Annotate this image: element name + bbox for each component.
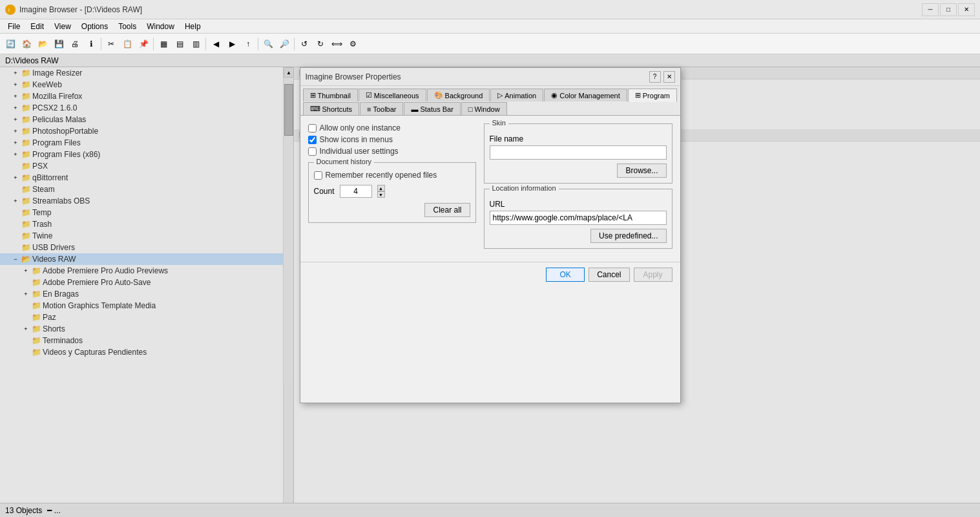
- tab-status-bar[interactable]: ▬ Status Bar: [404, 102, 460, 115]
- cancel-button[interactable]: Cancel: [589, 268, 629, 282]
- maximize-button[interactable]: □: [940, 3, 957, 16]
- tab-animation[interactable]: ▷ Animation: [490, 89, 543, 101]
- tb-copy[interactable]: 📋: [120, 36, 135, 52]
- doc-history-content: Remember recently opened files Count ▲ ▼: [314, 171, 470, 217]
- toolbar-sep4: [258, 37, 258, 50]
- tb-settings[interactable]: ⚙: [345, 36, 360, 52]
- tb-rotate-l[interactable]: ↺: [297, 36, 312, 52]
- menu-tools[interactable]: Tools: [113, 21, 141, 32]
- tab-color-label: Color Management: [559, 92, 620, 100]
- app-icon: i: [5, 5, 16, 15]
- tab-anim-icon: ▷: [497, 91, 503, 100]
- minimize-button[interactable]: ─: [922, 3, 939, 16]
- tb-open[interactable]: 📂: [35, 36, 50, 52]
- toolbar-sep3: [205, 37, 206, 50]
- tab-color[interactable]: ◉ Color Management: [544, 89, 627, 101]
- use-predefined-button[interactable]: Use predefined...: [590, 229, 666, 243]
- tb-paste[interactable]: 📌: [136, 36, 151, 52]
- tb-info[interactable]: ℹ: [83, 36, 99, 52]
- tab-background[interactable]: 🎨 Background: [427, 89, 490, 101]
- tab-status-label: Status Bar: [420, 105, 453, 113]
- tab-misc-icon: ☑: [366, 91, 372, 100]
- tab-window-label: Window: [474, 105, 499, 113]
- tb-up[interactable]: ↑: [240, 36, 256, 52]
- location-group: Location information URL Use predefined.…: [484, 189, 672, 249]
- tab-window[interactable]: □ Window: [461, 102, 507, 115]
- dialog-help-button[interactable]: ?: [649, 71, 661, 83]
- menu-bar: File Edit View Options Tools Window Help: [0, 19, 980, 34]
- tab-misc-label: Miscellaneous: [374, 92, 419, 100]
- checkbox-remember[interactable]: Remember recently opened files: [314, 171, 470, 180]
- tb-home[interactable]: 🏠: [19, 36, 34, 52]
- checkbox-one-instance[interactable]: Allow only one instance: [308, 123, 476, 132]
- tab-toolbar[interactable]: ≡ Toolbar: [360, 102, 404, 115]
- dialog-title-bar: Imagine Browser Properties ? ✕: [300, 68, 680, 86]
- doc-history-title: Document history: [314, 158, 375, 165]
- dialog-close-button[interactable]: ✕: [663, 71, 675, 83]
- tab-thumbnail-label: Thumbnail: [318, 92, 351, 100]
- count-input[interactable]: [340, 185, 372, 198]
- tab-thumbnail-icon: ⊞: [310, 91, 316, 100]
- tb-cut[interactable]: ✂: [103, 36, 119, 52]
- checkbox-one-instance-input[interactable]: [308, 124, 317, 132]
- toolbar-sep1: [101, 37, 101, 50]
- menu-edit[interactable]: Edit: [25, 21, 49, 32]
- apply-button[interactable]: Apply: [634, 268, 672, 282]
- dialog-left-panel: Allow only one instance Show icons in me…: [308, 123, 476, 249]
- checkbox-show-icons[interactable]: Show icons in menus: [308, 135, 476, 144]
- dialog-right-panel: Skin File name Browse... Location inform…: [484, 123, 672, 249]
- tab-program[interactable]: ⊞ Program: [628, 89, 677, 102]
- url-label: URL: [490, 200, 667, 209]
- checkbox-remember-input[interactable]: [314, 171, 322, 180]
- tab-shortcuts-icon: ⌨: [310, 105, 320, 113]
- location-content: URL Use predefined...: [490, 200, 667, 243]
- tb-flip[interactable]: ⟺: [329, 36, 344, 52]
- checkbox-individual-user[interactable]: Individual user settings: [308, 147, 476, 156]
- tb-forward[interactable]: ▶: [224, 36, 240, 52]
- tb-view2[interactable]: ▤: [172, 36, 187, 52]
- tb-rotate-r[interactable]: ↻: [313, 36, 328, 52]
- checkbox-individual-user-input[interactable]: [308, 147, 317, 156]
- dialog-footer: OK Cancel Apply: [300, 262, 680, 287]
- dialog-tabs: ⊞ Thumbnail ☑ Miscellaneous 🎨 Background…: [300, 86, 680, 116]
- tab-status-icon: ▬: [411, 105, 418, 113]
- main-area: D:\Videos RAW + 📁 Image Resizer + 📁 KeeW…: [0, 54, 980, 517]
- tb-save[interactable]: 💾: [51, 36, 67, 52]
- url-input[interactable]: [490, 211, 667, 225]
- menu-file[interactable]: File: [3, 21, 25, 32]
- tb-refresh[interactable]: 🔄: [3, 36, 18, 52]
- properties-dialog: Imagine Browser Properties ? ✕ ⊞ Thumbna…: [300, 67, 681, 403]
- skin-title: Skin: [490, 119, 508, 127]
- spinner-down[interactable]: ▼: [377, 191, 385, 198]
- menu-options[interactable]: Options: [76, 21, 113, 32]
- tb-view1[interactable]: ▦: [156, 36, 171, 52]
- menu-view[interactable]: View: [49, 21, 76, 32]
- tb-view3[interactable]: ▥: [188, 36, 203, 52]
- tb-back[interactable]: ◀: [208, 36, 224, 52]
- tab-shortcuts[interactable]: ⌨ Shortcuts: [303, 102, 359, 115]
- checkbox-show-icons-input[interactable]: [308, 136, 317, 144]
- tab-anim-label: Animation: [505, 92, 536, 100]
- spinner-up[interactable]: ▲: [377, 185, 385, 191]
- tb-print[interactable]: 🖨: [67, 36, 83, 52]
- count-label: Count: [314, 187, 335, 196]
- menu-help[interactable]: Help: [180, 21, 206, 32]
- close-button[interactable]: ✕: [958, 3, 975, 16]
- tb-zoom-in[interactable]: 🔍: [260, 36, 276, 52]
- skin-filename-input[interactable]: [490, 145, 667, 160]
- remember-label: Remember recently opened files: [326, 171, 437, 180]
- dialog-title-text: Imagine Browser Properties: [306, 72, 401, 81]
- browse-button[interactable]: Browse...: [617, 164, 666, 178]
- tab-bg-icon: 🎨: [434, 91, 443, 100]
- tab-program-label: Program: [643, 92, 670, 100]
- tab-toolbar-icon: ≡: [367, 105, 371, 113]
- tab-color-icon: ◉: [551, 91, 558, 100]
- document-history-group: Document history Remember recently opene…: [308, 162, 476, 223]
- tb-zoom-out[interactable]: 🔎: [276, 36, 292, 52]
- tab-shortcuts-label: Shortcuts: [322, 105, 352, 113]
- tab-miscellaneous[interactable]: ☑ Miscellaneous: [359, 89, 426, 101]
- tab-thumbnail[interactable]: ⊞ Thumbnail: [303, 89, 358, 101]
- ok-button[interactable]: OK: [546, 268, 585, 282]
- clear-all-button[interactable]: Clear all: [424, 203, 470, 217]
- menu-window[interactable]: Window: [141, 21, 180, 32]
